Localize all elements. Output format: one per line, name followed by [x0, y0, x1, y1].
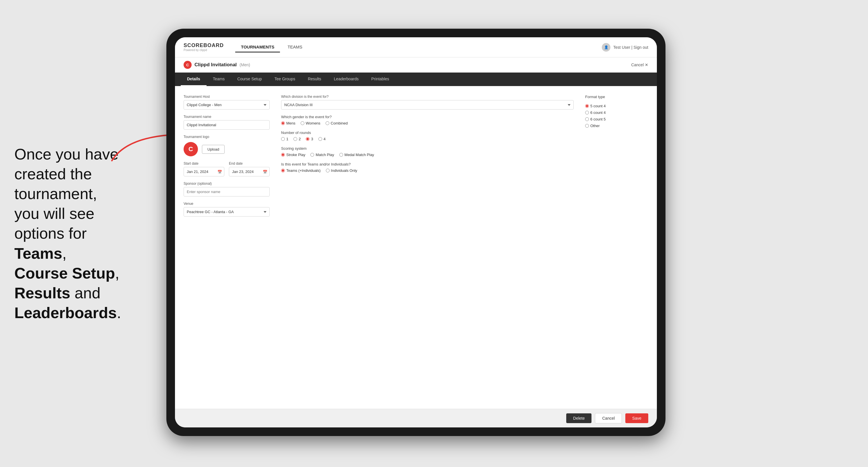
teams-plus-individuals[interactable]: Teams (+Individuals)	[281, 168, 321, 173]
navbar: SCOREBOARD Powered by clippd TOURNAMENTS…	[175, 37, 657, 57]
logo-subtitle: Powered by clippd	[184, 49, 224, 52]
rounds-2[interactable]: 2	[293, 137, 301, 141]
user-avatar: 👤	[602, 43, 611, 52]
logo-upload-area: C Upload	[184, 142, 270, 156]
rounds-label: Number of rounds	[281, 130, 574, 135]
end-date-wrap: 📅	[229, 167, 270, 177]
tablet-screen: SCOREBOARD Powered by clippd TOURNAMENTS…	[175, 37, 657, 428]
format-options: 5 count 4 6 count 4 6 count 5 Other	[585, 104, 648, 128]
form-middle-col: Which division is the event for? NCAA Di…	[281, 95, 574, 400]
cancel-link[interactable]: Cancel ✕	[631, 63, 648, 67]
scoring-radio-group: Stroke Play Match Play Medal Match Play	[281, 153, 574, 157]
logo-title: SCOREBOARD	[184, 43, 224, 49]
date-row: Start date 📅 End date 📅	[184, 161, 270, 177]
logo-area: SCOREBOARD Powered by clippd	[184, 43, 224, 52]
user-sign-out[interactable]: Test User | Sign out	[613, 45, 648, 50]
tournament-name-input[interactable]	[184, 120, 270, 130]
scoring-medal-match[interactable]: Medal Match Play	[339, 153, 374, 157]
scoring-label: Scoring system	[281, 146, 574, 151]
start-calendar-icon: 📅	[217, 169, 222, 174]
upload-button[interactable]: Upload	[202, 145, 225, 154]
scoring-match[interactable]: Match Play	[310, 153, 334, 157]
logo-circle: C	[184, 142, 198, 156]
navbar-left: SCOREBOARD Powered by clippd TOURNAMENTS…	[184, 42, 308, 53]
division-select[interactable]: NCAA Division III	[281, 100, 574, 110]
sponsor-label: Sponsor (optional)	[184, 182, 270, 186]
tabs-bar: Details Teams Course Setup Tee Groups Re…	[175, 72, 657, 86]
rounds-3[interactable]: 3	[306, 137, 313, 141]
main-content: Tournament Host Clippd College - Men Tou…	[175, 86, 657, 409]
gender-field: Which gender is the event for? Mens Wome…	[281, 115, 574, 125]
tournament-name-field: Tournament name	[184, 115, 270, 130]
format-6count5[interactable]: 6 count 5	[585, 117, 648, 121]
teams-field: Is this event for Teams and/or Individua…	[281, 162, 574, 173]
start-date-field: Start date 📅	[184, 161, 224, 177]
rounds-radio-group: 1 2 3 4	[281, 137, 574, 141]
instruction-text: Once you havecreated thetournament,you w…	[0, 130, 158, 337]
tab-results[interactable]: Results	[302, 72, 328, 86]
tournament-logo-label: Tournament logo	[184, 135, 270, 139]
tournament-subtitle: (Men)	[240, 63, 250, 67]
tournament-host-select[interactable]: Clippd College - Men	[184, 100, 270, 110]
format-type-label: Format type	[585, 95, 648, 99]
individuals-only[interactable]: Individuals Only	[326, 168, 358, 173]
form-left-col: Tournament Host Clippd College - Men Tou…	[184, 95, 270, 400]
tournament-title: Clippd Invitational	[194, 62, 237, 68]
bottom-bar: Delete Cancel Save	[175, 409, 657, 428]
teams-label: Is this event for Teams and/or Individua…	[281, 162, 574, 166]
end-date-field: End date 📅	[229, 161, 270, 177]
rounds-1[interactable]: 1	[281, 137, 288, 141]
gender-radio-group: Mens Womens Combined	[281, 121, 574, 125]
nav-links: TOURNAMENTS TEAMS	[235, 42, 308, 53]
tournament-icon: C	[184, 61, 192, 69]
tab-printables[interactable]: Printables	[365, 72, 395, 86]
venue-label: Venue	[184, 201, 270, 206]
scoring-stroke[interactable]: Stroke Play	[281, 153, 305, 157]
save-button[interactable]: Save	[625, 413, 648, 423]
division-label: Which division is the event for?	[281, 95, 574, 99]
gender-womens[interactable]: Womens	[301, 121, 320, 125]
tab-teams[interactable]: Teams	[207, 72, 231, 86]
start-date-label: Start date	[184, 161, 224, 165]
venue-select[interactable]: Peachtree GC - Atlanta - GA	[184, 207, 270, 217]
scoring-field: Scoring system Stroke Play Match Play	[281, 146, 574, 157]
end-calendar-icon: 📅	[263, 169, 267, 174]
sponsor-field: Sponsor (optional)	[184, 182, 270, 196]
rounds-4[interactable]: 4	[318, 137, 326, 141]
format-6count4[interactable]: 6 count 4	[585, 111, 648, 115]
gender-mens[interactable]: Mens	[281, 121, 296, 125]
format-other[interactable]: Other	[585, 124, 648, 128]
nav-tournaments[interactable]: TOURNAMENTS	[235, 42, 280, 53]
tab-tee-groups[interactable]: Tee Groups	[268, 72, 302, 86]
gender-combined[interactable]: Combined	[326, 121, 348, 125]
venue-field: Venue Peachtree GC - Atlanta - GA	[184, 201, 270, 217]
breadcrumb-content: C Clippd Invitational (Men)	[184, 61, 250, 69]
tournament-host-field: Tournament Host Clippd College - Men	[184, 95, 270, 110]
nav-user: 👤 Test User | Sign out	[602, 43, 648, 52]
tab-course-setup[interactable]: Course Setup	[231, 72, 268, 86]
division-field: Which division is the event for? NCAA Di…	[281, 95, 574, 110]
breadcrumb-row: C Clippd Invitational (Men) Cancel ✕	[175, 57, 657, 72]
tournament-name-label: Tournament name	[184, 115, 270, 119]
cancel-button[interactable]: Cancel	[595, 413, 622, 424]
delete-button[interactable]: Delete	[566, 413, 591, 423]
sponsor-input[interactable]	[184, 187, 270, 196]
nav-teams[interactable]: TEAMS	[282, 42, 308, 53]
end-date-label: End date	[229, 161, 270, 165]
tab-details[interactable]: Details	[181, 72, 207, 86]
teams-radio-group: Teams (+Individuals) Individuals Only	[281, 168, 574, 173]
format-5count4[interactable]: 5 count 4	[585, 104, 648, 108]
start-date-wrap: 📅	[184, 167, 224, 177]
tournament-logo-field: Tournament logo C Upload	[184, 135, 270, 156]
tab-leaderboards[interactable]: Leaderboards	[328, 72, 365, 86]
tournament-host-label: Tournament Host	[184, 95, 270, 99]
rounds-field: Number of rounds 1 2 3	[281, 130, 574, 141]
gender-label: Which gender is the event for?	[281, 115, 574, 119]
form-right-col: Format type 5 count 4 6 count 4 6 count …	[585, 95, 648, 400]
tablet-device: SCOREBOARD Powered by clippd TOURNAMENTS…	[166, 29, 665, 436]
